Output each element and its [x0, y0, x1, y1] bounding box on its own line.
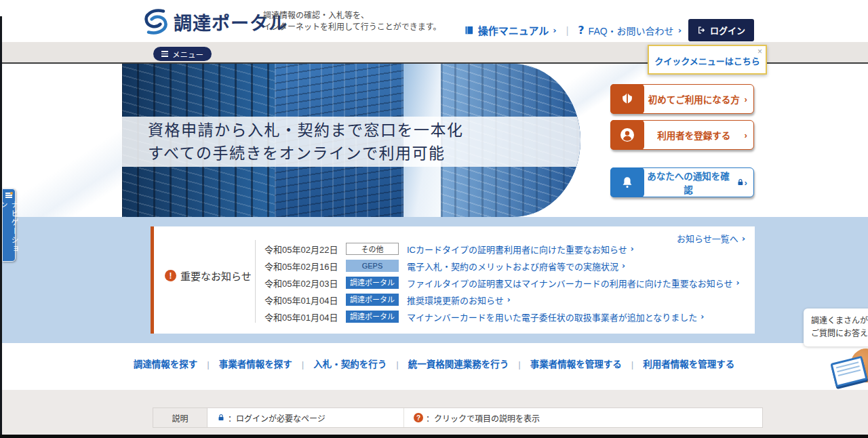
hero-building-photo: 資格申請から入札・契約まで窓口を一本化 すべての手続きをオンラインで利用可能 — [122, 64, 580, 217]
legend-box: 説明 ：ログインが必要なページ ? ：クリックで項目の説明を表示 — [153, 407, 763, 428]
notice-row: 令和05年02月16日 GEPS 電子入札・契約のメリットおよび府省等での実施状… — [264, 260, 739, 272]
quick-nav-link[interactable]: 調達情報を探す — [134, 359, 198, 370]
chevron-right-icon: › — [742, 233, 745, 243]
divider: | — [518, 359, 521, 370]
window-edge-left — [0, 16, 2, 438]
lock-icon — [736, 178, 745, 186]
notice-category-badge: 調達ポータル — [346, 311, 399, 323]
notice-link[interactable]: 電子入札・契約のメリットおよび府省等での実施状況 › — [407, 260, 625, 273]
navigation-menu-icon — [5, 193, 12, 198]
chevron-right-icon: › — [631, 244, 634, 254]
notice-list: 令和05年02月22日 その他 ICカードタイプの証明書利用者に向けた重要なお知… — [264, 243, 739, 323]
hero-headline: 資格申請から入札・契約まで窓口を一本化 すべての手続きをオンラインで利用可能 — [122, 117, 580, 167]
logo-swirl-icon — [141, 7, 171, 37]
divider: | — [631, 359, 634, 370]
notice-category-badge: 調達ポータル — [346, 277, 399, 289]
procurement-portal-page: 調達ポータル 調達情報の確認・入札等を、 インターネットを利用して行うことができ… — [0, 0, 868, 438]
important-notices-panel: お知らせ一覧へ › ! 重要なお知らせ 令和05年02月22日 その他 ICカー… — [151, 226, 755, 334]
divider: | — [396, 359, 399, 370]
chevron-right-icon: › — [553, 25, 556, 35]
chat-line1: 調達くまさんが — [811, 315, 868, 327]
register-user-button[interactable]: 利用者を登録する › — [610, 120, 754, 150]
manual-link[interactable]: 操作マニュアル › — [464, 23, 557, 37]
hamburger-icon — [161, 51, 168, 57]
notice-row: 令和05年02月03日 調達ポータル ファイルタイプの証明書又はマイナンバーカー… — [264, 277, 739, 289]
login-button[interactable]: ログイン — [688, 19, 754, 41]
chevron-right-icon: › — [736, 278, 739, 287]
notice-link[interactable]: マイナンバーカードを用いた電子委任状の取扱事業者が追加となりました › — [407, 311, 704, 323]
notice-category-badge: 調達ポータル — [346, 294, 399, 306]
notifications-button[interactable]: あなたへの通知を確認 › — [610, 167, 754, 197]
notice-category-badge: GEPS — [346, 260, 399, 272]
quick-nav-link[interactable]: 入札・契約を行う — [313, 359, 387, 370]
navigation-side-tab[interactable]: ナビゲーション — [2, 188, 16, 262]
legend-label: 説明 — [153, 408, 208, 427]
chevron-right-icon: › — [745, 121, 753, 149]
chevron-right-icon: › — [745, 85, 753, 113]
headline-line1: 資格申請から入札・契約まで窓口を一本化 — [148, 119, 580, 142]
quick-nav-link[interactable]: 統一資格関連業務を行う — [408, 359, 509, 370]
header: 調達ポータル 調達情報の確認・入札等を、 インターネットを利用して行うことができ… — [0, 0, 868, 42]
book-icon — [464, 25, 474, 35]
tagline-line1: 調達情報の確認・入札等を、 — [263, 10, 441, 22]
notice-date: 令和05年01月04日 — [264, 294, 339, 306]
chat-line2: ご質問にお答えし — [811, 327, 868, 340]
notice-link[interactable]: 推奨環境更新のお知らせ › — [407, 294, 511, 306]
notice-date: 令和05年02月16日 — [264, 260, 339, 273]
quick-nav-link[interactable]: 事業者情報を管理する — [530, 359, 622, 370]
headline-line2: すべての手続きをオンラインで利用可能 — [148, 142, 580, 165]
quick-menu-callout[interactable]: × クイックメニューはこちら — [648, 45, 767, 75]
notices-band: お知らせ一覧へ › ! 重要なお知らせ 令和05年02月22日 その他 ICカー… — [0, 217, 868, 343]
legend-help-item: ? ：クリックで項目の説明を表示 — [404, 408, 762, 427]
quick-nav-link[interactable]: 利用者情報を管理する — [643, 359, 734, 370]
utility-nav: 操作マニュアル › | ? FAQ・お問い合わせ › ログイン — [464, 19, 754, 41]
notice-date: 令和05年01月04日 — [264, 311, 339, 323]
notice-date: 令和05年02月03日 — [264, 277, 339, 290]
lock-icon — [217, 414, 225, 422]
quick-nav-link[interactable]: 事業者情報を探す — [219, 359, 292, 370]
exclamation-icon: ! — [165, 270, 176, 281]
chevron-right-icon: › — [701, 312, 704, 321]
chevron-right-icon: › — [745, 168, 753, 197]
legend-lock-item: ：ログインが必要なページ — [208, 408, 404, 427]
chevron-right-icon: › — [507, 295, 511, 304]
beginner-mark-icon — [610, 84, 644, 114]
vertical-divider — [255, 240, 256, 323]
question-icon: ? — [578, 24, 584, 37]
divider: | — [302, 359, 304, 370]
notice-link[interactable]: ICカードタイプの証明書利用者に向けた重要なお知らせ › — [407, 243, 634, 256]
bear-mascot[interactable] — [833, 347, 868, 391]
bell-icon — [610, 167, 644, 197]
quick-nav: 調達情報を探す|事業者情報を探す|入札・契約を行う|統一資格関連業務を行う|事業… — [0, 357, 868, 370]
person-icon — [610, 120, 644, 150]
divider: | — [566, 25, 569, 36]
menu-button[interactable]: メニュー — [153, 47, 212, 61]
window-edge-bottom — [0, 435, 868, 438]
laptop-icon — [830, 356, 867, 388]
hero-section: 資格申請から入札・契約まで窓口を一本化 すべての手続きをオンラインで利用可能 初… — [0, 64, 868, 217]
chat-speech-bubble[interactable]: 調達くまさんが ご質問にお答えし — [804, 308, 868, 346]
chevron-right-icon: › — [622, 261, 625, 271]
notice-date: 令和05年02月22日 — [264, 243, 339, 256]
notice-row: 令和05年02月22日 その他 ICカードタイプの証明書利用者に向けた重要なお知… — [264, 243, 739, 255]
faq-link[interactable]: ? FAQ・お問い合わせ › — [578, 24, 682, 37]
login-icon — [697, 26, 706, 35]
site-tagline: 調達情報の確認・入札等を、 インターネットを利用して行うことができます。 — [263, 10, 441, 33]
notice-row: 令和05年01月04日 調達ポータル 推奨環境更新のお知らせ › — [264, 294, 739, 306]
legend-footer: 説明 ：ログインが必要なページ ? ：クリックで項目の説明を表示 — [0, 390, 868, 438]
chevron-right-icon: › — [678, 25, 682, 35]
divider: | — [207, 359, 210, 370]
notices-section-title: ! 重要なお知らせ — [165, 268, 252, 283]
question-circle-icon: ? — [414, 413, 423, 422]
notice-link[interactable]: ファイルタイプの証明書又はマイナンバーカードの利用者に向けた重要なお知らせ › — [407, 277, 739, 290]
notice-category-badge: その他 — [346, 243, 399, 255]
notice-row: 令和05年01月04日 調達ポータル マイナンバーカードを用いた電子委任状の取扱… — [264, 311, 739, 323]
first-time-user-button[interactable]: 初めてご利用になる方 › — [610, 84, 754, 114]
tagline-line2: インターネットを利用して行うことができます。 — [263, 22, 441, 33]
